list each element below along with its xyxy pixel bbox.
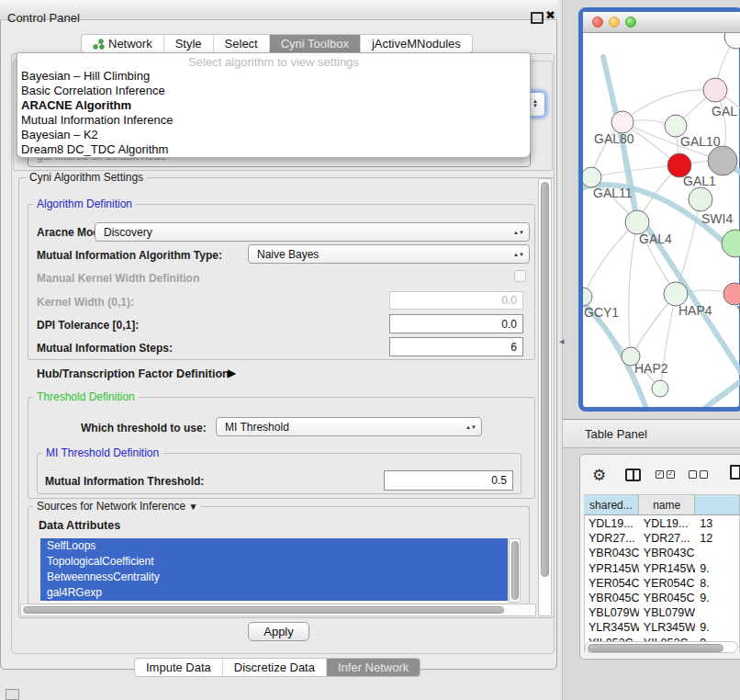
dropdown-item[interactable]: Basic Correlation Inference [17, 84, 530, 98]
table-cell: YDR27... [584, 532, 639, 545]
network-node-bottom-partial[interactable] [652, 380, 668, 397]
control-panel-titlebar[interactable] [0, 0, 557, 20]
split-pane-handle-icon[interactable]: ◀ [559, 338, 564, 345]
attribute-item[interactable]: gal4RGexp [40, 585, 508, 601]
sources-legend-text: Sources for Network Inference [37, 500, 185, 513]
threshold-definition-legend: Threshold Definition [33, 390, 139, 403]
dropdown-item[interactable]: Bayesian – K2 [17, 128, 530, 142]
network-node-label: GAL [712, 104, 737, 119]
network-node-label: GAL11 [593, 186, 633, 200]
manual-kernel-width-checkbox[interactable] [514, 270, 526, 282]
network-node-gal-partial[interactable] [703, 78, 727, 102]
dpi-tolerance-label: DPI Tolerance [0,1]: [37, 319, 139, 332]
attribute-item[interactable]: BetweennessCentrality [40, 570, 508, 585]
data-attributes-list[interactable]: SelfLoopsTopologicalCoefficientBetweenne… [40, 538, 508, 603]
aracne-mode-value: Discovery [104, 226, 152, 239]
tab-jactivemnodules[interactable]: jActiveMNodules [361, 35, 472, 52]
kernel-width-field[interactable]: 0.0 [389, 291, 523, 310]
mi-threshold-definition-legend: MI Threshold Definition [42, 446, 163, 459]
subtab-infer-network[interactable]: Infer Network [327, 659, 420, 676]
table-body[interactable]: YDL19...YDL19...13YDR27...YDR27...12YBR0… [584, 516, 740, 641]
network-canvas[interactable]: GALGAL80GAL10GAL1GAL11GAL4SWI4GCY1HAP4YH… [583, 33, 740, 407]
select-all-checkboxes-icon[interactable]: ✓✓ [656, 470, 675, 479]
zoom-window-icon[interactable] [625, 17, 636, 28]
tab-select[interactable]: Select [214, 35, 270, 52]
control-panel-tabbar: NetworkStyleSelectCyni ToolboxjActiveMNo… [81, 34, 473, 53]
table-panel-title: Table Panel [585, 427, 647, 441]
network-node-gray-node[interactable] [708, 146, 737, 175]
table-row[interactable]: YBL079WYBL079W [584, 605, 740, 620]
table-row[interactable]: YPR145WYPR145W9. [584, 561, 740, 576]
dropdown-item[interactable]: Dream8 DC_TDC Algorithm [17, 142, 530, 157]
table-row[interactable]: YBR045CYBR045C9. [584, 591, 740, 605]
subtab-label: Discretize Data [234, 660, 315, 674]
network-node-gal11[interactable] [583, 167, 601, 187]
mi-algorithm-type-combobox[interactable]: Naive Bayes ▲▼ [248, 244, 530, 264]
column-header[interactable]: name [639, 495, 696, 515]
tab-network[interactable]: Network [82, 35, 164, 52]
table-cell: YDL19... [639, 517, 695, 530]
table-cell: 9. [695, 592, 740, 604]
table-row[interactable]: YER054CYER054C8. [584, 576, 740, 591]
table-cell: YLR345W [639, 621, 695, 634]
table-cell: 9. [695, 621, 740, 634]
deselect-all-checkboxes-icon[interactable] [689, 470, 708, 479]
aracne-mode-combobox[interactable]: Discovery ▲▼ [95, 222, 530, 242]
collapsed-panel-icon[interactable] [6, 689, 19, 700]
dropdown-item[interactable]: ARACNE Algorithm [17, 98, 530, 113]
tab-style[interactable]: Style [164, 35, 214, 52]
network-node-gcy1[interactable] [583, 288, 592, 306]
subtab-discretize-data[interactable]: Discretize Data [223, 659, 327, 676]
network-node-gal80[interactable] [611, 111, 633, 133]
table-cell: 12 [695, 532, 740, 545]
attributes-vertical-scrollbar[interactable] [509, 538, 521, 603]
table-row[interactable]: YDR27...YDR27...12 [584, 531, 740, 546]
table-cell: YER054C [584, 577, 639, 590]
settings-horizontal-scrollbar[interactable] [20, 604, 536, 616]
sources-collapse-arrow-icon[interactable]: ▼ [188, 502, 197, 512]
table-row[interactable]: YBR043CYBR043C [584, 546, 740, 560]
subtab-label: Infer Network [338, 660, 409, 674]
mi-threshold-label: Mutual Information Threshold: [45, 475, 204, 488]
dropdown-item[interactable]: Bayesian – Hill Climbing [17, 69, 530, 84]
dropdown-item[interactable]: Mutual Information Inference [17, 113, 530, 128]
table-horizontal-scrollbar[interactable] [585, 641, 738, 653]
file-icon[interactable] [730, 465, 740, 480]
network-node-swi4[interactable] [722, 230, 740, 257]
network-edge-thick [684, 365, 740, 407]
close-panel-icon[interactable]: ✖ [545, 8, 555, 22]
mi-threshold-field[interactable]: 0.5 [384, 470, 513, 491]
float-panel-icon[interactable] [531, 12, 544, 24]
table-cell: YER054C [639, 577, 695, 590]
table-cell: YLR345W [584, 621, 639, 634]
columns-icon[interactable] [625, 469, 641, 481]
tab-cyni-toolbox[interactable]: Cyni Toolbox [270, 35, 361, 52]
attribute-item[interactable]: TopologicalCoefficient [40, 554, 508, 570]
dpi-tolerance-field[interactable]: 0.0 [389, 314, 523, 333]
network-node-y-partial[interactable] [723, 283, 740, 305]
attribute-item[interactable]: SelfLoops [40, 538, 508, 554]
subtab-impute-data[interactable]: Impute Data [135, 659, 223, 676]
network-node-top-partial[interactable] [724, 33, 740, 49]
mi-algorithm-type-value: Naive Bayes [257, 248, 319, 261]
desktop: GALGAL80GAL10GAL1GAL11GAL4SWI4GCY1HAP4YH… [0, 0, 740, 700]
mi-steps-field[interactable]: 6 [389, 337, 523, 356]
which-threshold-combobox[interactable]: MI Threshold ▲▼ [216, 417, 482, 436]
minimize-window-icon[interactable] [609, 17, 620, 28]
table-row[interactable]: YDL19...YDL19...13 [584, 516, 740, 531]
hub-expand-arrow-icon[interactable]: ▶ [228, 367, 236, 379]
apply-button[interactable]: Apply [248, 622, 309, 641]
table-row[interactable]: YLR345WYLR345W9. [584, 620, 740, 635]
network-node-mid-green[interactable] [689, 187, 712, 211]
close-window-icon[interactable] [592, 17, 603, 28]
mi-algorithm-type-label: Mutual Information Algorithm Type: [37, 249, 222, 262]
table-cell: YBR045C [639, 592, 695, 604]
network-node-label: GAL80 [594, 131, 634, 146]
network-edge [629, 222, 637, 356]
settings-legend: Cyni Algorithm Settings [26, 171, 147, 184]
hub-definition-label: Hub/Transcription Factor Definition [37, 367, 230, 380]
column-header[interactable]: shared... [584, 495, 639, 515]
gear-icon[interactable]: ⚙ [592, 466, 606, 485]
settings-vertical-scrollbar[interactable] [538, 178, 552, 616]
column-header[interactable] [695, 495, 740, 515]
